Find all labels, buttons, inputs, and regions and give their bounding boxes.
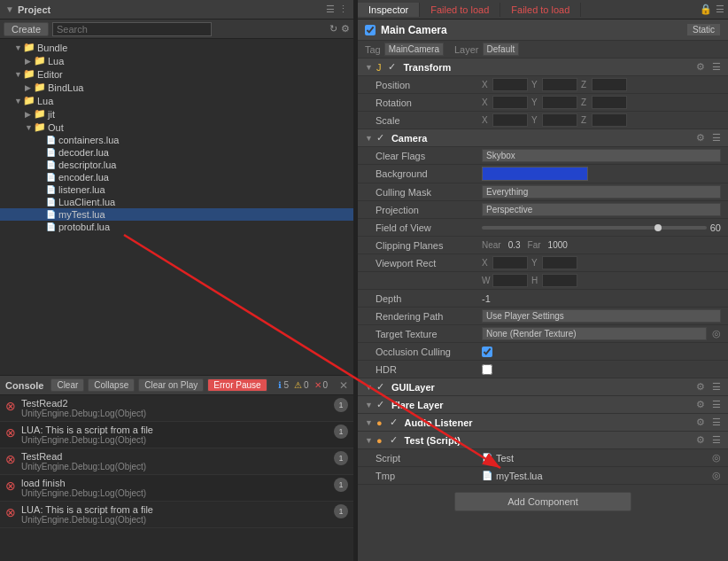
inspector-lock-icon[interactable]: 🔒 xyxy=(700,4,712,15)
depth-row: Depth -1 xyxy=(358,290,728,308)
vx-input[interactable]: 0 xyxy=(492,256,528,269)
tree-item-out[interactable]: ▼ 📁 Out xyxy=(0,121,353,134)
tree-item-decoder[interactable]: 📄 decoder.lua xyxy=(0,146,353,159)
console-msg-2[interactable]: ⊗ TestRead UnityEngine.Debug:Log(Object)… xyxy=(0,448,353,475)
static-badge[interactable]: Static xyxy=(686,23,721,36)
camera-gear-icon[interactable]: ⚙ xyxy=(696,132,705,144)
vw-input[interactable]: 1 xyxy=(492,274,528,287)
clear-flags-dropdown[interactable]: Skybox xyxy=(482,149,721,162)
panel-lock-icon[interactable]: ☰ xyxy=(326,4,335,15)
projection-dropdown[interactable]: Perspective xyxy=(482,203,721,216)
layer-dropdown[interactable]: Default xyxy=(483,43,520,56)
clear-on-play-button[interactable]: Clear on Play xyxy=(138,378,204,392)
scale-z-input[interactable]: 1 xyxy=(592,113,627,127)
camera-menu-icon[interactable]: ☰ xyxy=(712,132,721,144)
far-val: 1000 xyxy=(548,240,568,250)
tree-item-lua[interactable]: ▼ 📁 Lua xyxy=(0,94,353,107)
pos-z-input[interactable]: -10 xyxy=(592,78,627,91)
vy-input[interactable]: 0 xyxy=(542,256,577,269)
tree-item-protobuf[interactable]: 📄 protobuf.lua xyxy=(0,221,353,233)
script-icon: 📄 xyxy=(44,210,57,219)
tree-label-bundle: Bundle xyxy=(37,43,67,53)
panel-menu-icon[interactable]: ⋮ xyxy=(338,4,348,15)
tree-item-lua-bundle[interactable]: ▶ 📁 Lua xyxy=(0,54,353,67)
tab-failed-2[interactable]: Failed to load xyxy=(500,3,581,17)
tree-item-jit[interactable]: ▶ 📁 jit xyxy=(0,107,353,121)
guilayer-gear-icon[interactable]: ⚙ xyxy=(696,381,705,393)
audiolisten-menu-icon[interactable]: ☰ xyxy=(712,417,721,428)
scale-y-input[interactable]: 1 xyxy=(542,113,577,127)
tree-item-containers[interactable]: 📄 containers.lua xyxy=(0,134,353,146)
search-input[interactable] xyxy=(52,22,212,36)
pos-y-input[interactable]: 1 xyxy=(542,78,577,91)
guilayer-header[interactable]: ▼ ✓ GUILayer ⚙ ☰ xyxy=(358,378,728,396)
vh-input[interactable]: 1 xyxy=(542,274,577,287)
testscript-gear-icon[interactable]: ⚙ xyxy=(696,434,705,446)
tree-item-luaclient[interactable]: 📄 LuaClient.lua xyxy=(0,196,353,208)
flarelayer-header[interactable]: ▼ ✓ Flare Layer ⚙ ☰ xyxy=(358,396,728,414)
background-color-swatch[interactable] xyxy=(482,167,588,181)
culling-mask-value: Everything xyxy=(482,185,721,199)
create-button[interactable]: Create xyxy=(4,22,49,36)
culling-mask-dropdown[interactable]: Everything xyxy=(482,185,721,199)
rot-z-input[interactable]: 0 xyxy=(592,96,627,109)
console-close-button[interactable]: ✕ xyxy=(339,379,348,392)
console-msg-1[interactable]: ⊗ LUA: This is a script from a file Unit… xyxy=(0,422,353,448)
console-msg-3[interactable]: ⊗ load finish UnityEngine.Debug:Log(Obje… xyxy=(0,475,353,502)
tree-item-bindlua[interactable]: ▶ 📁 BindLua xyxy=(0,81,353,94)
console-msg-0[interactable]: ⊗ TestRead2 UnityEngine.Debug:Log(Object… xyxy=(0,395,353,422)
pos-x-input[interactable]: 0 xyxy=(492,78,528,91)
object-active-checkbox[interactable] xyxy=(365,25,376,35)
testscript-header[interactable]: ▼ ● ✓ Test (Script) ⚙ ☰ xyxy=(358,432,728,449)
rot-y-input[interactable]: 0 xyxy=(542,96,577,109)
inspector-menu-icon[interactable]: ☰ xyxy=(716,4,724,15)
camera-header[interactable]: ▼ ✓ Camera ⚙ ☰ xyxy=(358,129,728,147)
add-component-button[interactable]: Add Component xyxy=(454,492,631,511)
tab-inspector[interactable]: Inspector xyxy=(358,3,420,17)
target-texture-dropdown[interactable]: None (Render Texture) xyxy=(482,327,707,340)
audiolisten-header[interactable]: ▼ ● ✓ Audio Listener ⚙ ☰ xyxy=(358,414,728,432)
tree-item-mytest[interactable]: 📄 myTest.lua xyxy=(0,208,353,221)
console-msg-4[interactable]: ⊗ LUA: This is a script from a file Unit… xyxy=(0,502,353,528)
audiolisten-gear-icon[interactable]: ⚙ xyxy=(696,417,705,428)
tree-item-bundle[interactable]: ▼ 📁 Bundle xyxy=(0,41,353,54)
transform-gear-icon[interactable]: ⚙ xyxy=(696,61,705,73)
script-value: 📄 Test ◎ xyxy=(482,452,721,464)
collapse-button[interactable]: Collapse xyxy=(88,378,135,392)
tmp-file-icon: 📄 xyxy=(482,471,492,480)
clipping-value: Near 0.3 Far 1000 xyxy=(482,240,721,250)
occlusion-checkbox[interactable] xyxy=(482,347,492,357)
rendering-dropdown[interactable]: Use Player Settings xyxy=(482,309,721,323)
target-texture-value: None (Render Texture) ◎ xyxy=(482,327,721,340)
tree-item-encoder[interactable]: 📄 encoder.lua xyxy=(0,171,353,183)
error-pause-button[interactable]: Error Pause xyxy=(207,378,267,392)
occlusion-label: Occlusion Culling xyxy=(376,347,482,357)
toolbar-icon1[interactable]: ↻ xyxy=(329,23,337,35)
target-texture-pick-icon[interactable]: ◎ xyxy=(712,328,721,339)
scale-x-input[interactable]: 1 xyxy=(492,113,528,127)
background-row: Background xyxy=(358,165,728,183)
tree-item-descriptor[interactable]: 📄 descriptor.lua xyxy=(0,159,353,171)
fov-slider[interactable] xyxy=(482,226,707,230)
toolbar-icon2[interactable]: ⚙ xyxy=(341,23,350,35)
tree-item-listener[interactable]: 📄 listener.lua xyxy=(0,183,353,196)
script-pick-icon[interactable]: ◎ xyxy=(712,452,721,464)
tag-label: Tag xyxy=(365,44,381,55)
tree-label-mytest: myTest.lua xyxy=(58,209,105,220)
near-val: 0.3 xyxy=(508,240,521,250)
guilayer-menu-icon[interactable]: ☰ xyxy=(712,381,721,393)
clear-flags-value: Skybox xyxy=(482,149,721,162)
hdr-checkbox[interactable] xyxy=(482,364,492,375)
msg-title-4: LUA: This is a script from a file xyxy=(21,504,329,515)
tag-dropdown[interactable]: MainCamera xyxy=(384,43,444,56)
testscript-menu-icon[interactable]: ☰ xyxy=(712,434,721,446)
transform-menu-icon[interactable]: ☰ xyxy=(712,61,721,73)
clear-button[interactable]: Clear xyxy=(50,378,84,392)
tab-failed-1[interactable]: Failed to load xyxy=(420,3,500,17)
transform-header[interactable]: ▼ J ✓ Transform ⚙ ☰ xyxy=(358,58,728,76)
flarelayer-menu-icon[interactable]: ☰ xyxy=(712,399,721,410)
tmp-pick-icon[interactable]: ◎ xyxy=(712,470,721,481)
flarelayer-gear-icon[interactable]: ⚙ xyxy=(696,399,705,410)
tree-item-editor[interactable]: ▼ 📁 Editor xyxy=(0,67,353,81)
rot-x-input[interactable]: 0 xyxy=(492,96,528,109)
